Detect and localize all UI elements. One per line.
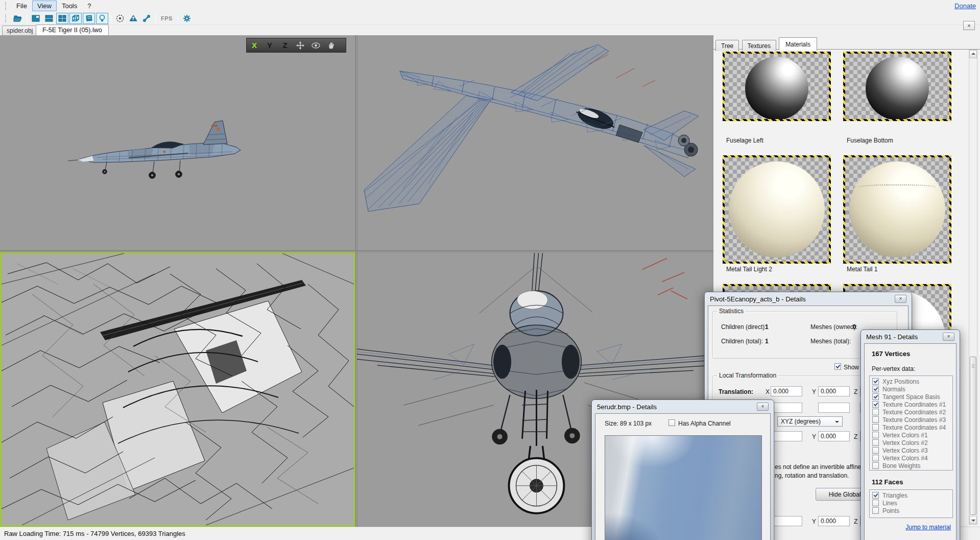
rotation-x-field[interactable] bbox=[771, 431, 802, 441]
checkbox[interactable] bbox=[872, 424, 879, 431]
pan-tool-button[interactable] bbox=[323, 41, 339, 49]
fps-toggle[interactable]: FPS bbox=[158, 15, 176, 21]
textured-surface-icon bbox=[84, 14, 93, 23]
axis-x-button[interactable]: X bbox=[247, 41, 262, 50]
scrollbar-thumb[interactable] bbox=[970, 357, 976, 515]
item-label: Vertex Colors #1 bbox=[882, 432, 928, 439]
scaling-x-field[interactable] bbox=[771, 403, 802, 413]
translation-y-field[interactable] bbox=[818, 386, 850, 396]
settings-button[interactable] bbox=[181, 13, 193, 24]
list-item[interactable]: Texture Coordinates #1 bbox=[870, 401, 952, 408]
panel-close-button[interactable]: × bbox=[963, 21, 975, 30]
wireframe-closeup-view bbox=[2, 253, 354, 525]
translation-x-field[interactable] bbox=[771, 386, 802, 396]
material-tile[interactable] bbox=[723, 155, 831, 264]
quad-view-button[interactable] bbox=[56, 13, 68, 24]
list-item[interactable]: Vertex Colors #3 bbox=[870, 447, 952, 454]
split-view-button[interactable] bbox=[43, 13, 55, 24]
list-item[interactable]: Points bbox=[870, 507, 952, 514]
open-file-button[interactable] bbox=[12, 13, 24, 24]
checkbox[interactable] bbox=[872, 507, 879, 514]
axis-y-button[interactable]: Y bbox=[262, 41, 277, 50]
close-icon: × bbox=[967, 22, 970, 29]
checkbox[interactable] bbox=[872, 378, 879, 385]
material-tile[interactable] bbox=[843, 52, 951, 121]
material-tile[interactable] bbox=[723, 52, 831, 121]
pivot-view-button[interactable] bbox=[127, 13, 139, 24]
list-item[interactable]: Triangles bbox=[870, 491, 952, 499]
selection-mode-button[interactable] bbox=[114, 13, 126, 24]
dialog-title-bar[interactable]: 5erudr.bmp - Details × bbox=[595, 400, 771, 413]
menu-help[interactable]: ? bbox=[82, 1, 96, 11]
list-item[interactable]: Texture Coordinates #3 bbox=[870, 416, 952, 424]
menu-file[interactable]: File bbox=[11, 1, 32, 11]
scaling-y-field[interactable] bbox=[818, 403, 850, 413]
list-item[interactable]: Texture Coordinates #4 bbox=[870, 424, 952, 431]
checkbox[interactable] bbox=[872, 500, 879, 506]
textured-toggle-button[interactable] bbox=[83, 13, 95, 24]
list-item[interactable]: Tangent Space Basis bbox=[870, 393, 952, 401]
list-item[interactable]: Vertex Colors #4 bbox=[870, 454, 952, 462]
menu-tools[interactable]: Tools bbox=[57, 1, 82, 11]
wireframe-toggle-button[interactable] bbox=[69, 13, 82, 24]
look-tool-button[interactable] bbox=[308, 42, 323, 49]
checkbox[interactable] bbox=[872, 447, 879, 454]
list-item[interactable]: Lines bbox=[870, 499, 952, 507]
close-icon: × bbox=[761, 404, 764, 409]
doc-tab-f5e[interactable]: F-5E Tiger II (05).lwo bbox=[36, 25, 109, 35]
skeleton-view-button[interactable] bbox=[140, 13, 153, 24]
viewport-divider-horizontal[interactable] bbox=[0, 250, 713, 252]
checkbox[interactable] bbox=[872, 455, 879, 461]
axis-z-button[interactable]: Z bbox=[277, 41, 293, 50]
list-item[interactable]: Texture Coordinates #2 bbox=[870, 408, 952, 416]
global-x-field[interactable] bbox=[771, 516, 802, 526]
viewport-divider-vertical[interactable] bbox=[355, 35, 357, 527]
list-item[interactable]: Bone Weights bbox=[870, 462, 952, 469]
tab-tree[interactable]: Tree bbox=[715, 40, 739, 51]
main-toolbar: FPS bbox=[0, 12, 980, 25]
list-item[interactable]: Xyz Positions bbox=[870, 378, 952, 385]
checkbox[interactable] bbox=[872, 462, 879, 469]
material-sphere bbox=[866, 57, 929, 120]
move-tool-button[interactable] bbox=[293, 41, 308, 50]
menu-view[interactable]: View bbox=[32, 1, 57, 11]
mesh-details-dialog[interactable]: Mesh 91 - Details × 167 Vertices Per-ver… bbox=[861, 330, 960, 540]
global-y-field[interactable] bbox=[818, 516, 850, 526]
material-tile[interactable] bbox=[843, 155, 951, 264]
alpha-channel-checkbox[interactable] bbox=[668, 419, 675, 426]
lighting-toggle-button[interactable] bbox=[96, 13, 108, 24]
checkbox[interactable] bbox=[872, 492, 879, 499]
viewport-top-left[interactable]: X Y Z bbox=[0, 35, 355, 250]
checkbox[interactable] bbox=[872, 409, 879, 415]
donate-link[interactable]: Donate bbox=[954, 2, 976, 10]
checkbox[interactable] bbox=[872, 432, 879, 438]
rotation-mode-dropdown[interactable]: XYZ (degrees) bbox=[777, 416, 843, 427]
close-button[interactable]: × bbox=[943, 333, 954, 341]
checkbox[interactable] bbox=[872, 386, 879, 392]
viewport-bottom-left[interactable] bbox=[0, 252, 355, 527]
scroll-down-button[interactable] bbox=[969, 516, 977, 524]
checkbox[interactable] bbox=[872, 439, 879, 446]
rotation-y-field[interactable] bbox=[818, 431, 850, 441]
dialog-title-bar[interactable]: Pivot-5Ecanopy_acts_b - Details × bbox=[708, 292, 909, 306]
checkbox[interactable] bbox=[872, 401, 879, 408]
checkbox[interactable] bbox=[872, 393, 879, 400]
tab-textures[interactable]: Textures bbox=[742, 40, 776, 51]
list-item[interactable]: Vertex Colors #2 bbox=[870, 439, 952, 447]
material-name: Metal Tail Light 2 bbox=[726, 266, 772, 273]
list-item[interactable]: Vertex Colors #1 bbox=[870, 431, 952, 439]
checkbox[interactable] bbox=[872, 416, 879, 423]
viewport-top-right[interactable] bbox=[357, 35, 713, 250]
close-button[interactable]: × bbox=[757, 403, 769, 411]
show-checkbox[interactable] bbox=[834, 363, 841, 370]
jump-to-material-link[interactable]: Jump to material bbox=[905, 524, 951, 531]
tab-materials[interactable]: Materials bbox=[779, 37, 817, 51]
single-view-button[interactable] bbox=[30, 13, 42, 24]
list-item[interactable]: Normals bbox=[870, 385, 952, 393]
materials-scrollbar[interactable] bbox=[969, 50, 977, 525]
close-button[interactable]: × bbox=[895, 295, 906, 303]
scroll-up-button[interactable] bbox=[969, 50, 977, 58]
dialog-title-bar[interactable]: Mesh 91 - Details × bbox=[864, 330, 957, 343]
texture-details-dialog[interactable]: 5erudr.bmp - Details × Size: 89 x 103 px… bbox=[591, 400, 774, 540]
doc-tab-spider[interactable]: spider.obj bbox=[2, 26, 37, 35]
